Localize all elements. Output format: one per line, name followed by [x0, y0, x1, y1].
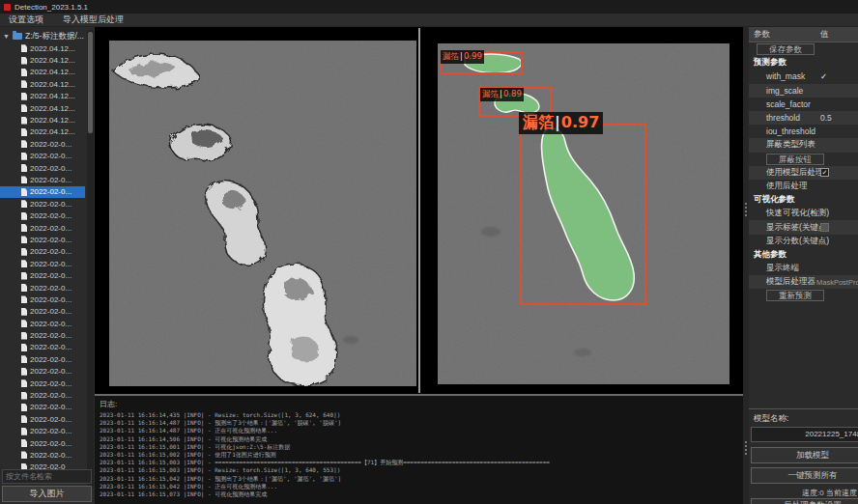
- tree-item[interactable]: 2022.04.12...: [0, 54, 85, 66]
- row-use-postprocess[interactable]: 使用后处理: [749, 180, 858, 193]
- tree-item[interactable]: 2022-02-0...: [0, 449, 85, 461]
- with-mask-label: with_mask: [766, 71, 805, 81]
- tree-item[interactable]: 2022.04.12...: [0, 78, 85, 90]
- tree-item[interactable]: 2022-02-0...: [0, 353, 85, 365]
- file-icon: [21, 80, 27, 88]
- tree-item[interactable]: 2022-02-0...: [0, 306, 85, 318]
- row-iou-threshold[interactable]: iou_threshold: [749, 125, 858, 138]
- repredict-button[interactable]: 重新预测: [766, 290, 824, 301]
- postprocess-params-button[interactable]: 后处理参数设置: [751, 498, 858, 504]
- tree-item-label: 2022-02-0...: [30, 295, 72, 304]
- row-use-model-postprocess[interactable]: 使用模型后处理 ✓: [749, 166, 858, 180]
- check-icon[interactable]: ✓: [820, 71, 827, 81]
- row-show-score-keypoint[interactable]: 显示分数(关键点): [749, 235, 858, 248]
- file-icon: [21, 212, 27, 220]
- menu-settings[interactable]: 设置选项: [9, 14, 43, 26]
- tree-item[interactable]: 2022-02-0...: [0, 426, 85, 437]
- tree-item[interactable]: 2022-02-0...: [0, 294, 85, 305]
- model-name-field[interactable]: 20221225_174813: [751, 427, 858, 442]
- splitter-grip-icon: [745, 203, 747, 218]
- tree-item[interactable]: 2022-02-0...: [0, 258, 85, 269]
- row-quick-visualization[interactable]: 快速可视化(检测): [749, 207, 858, 220]
- predict-all-button[interactable]: 一键预测所有: [751, 467, 858, 484]
- checkbox-checked-icon[interactable]: ✓: [820, 168, 829, 177]
- tree-scrollbar-thumb[interactable]: [88, 32, 93, 133]
- expand-arrow-icon[interactable]: ▼: [3, 33, 10, 40]
- tree-item[interactable]: 2022.04.12...: [0, 42, 85, 54]
- checkbox-unchecked-icon[interactable]: [820, 223, 829, 232]
- row-model-postprocessor[interactable]: 模型后处理器 MaskPostPro: [749, 275, 858, 289]
- tree-item[interactable]: 2022-02-0...: [0, 162, 85, 174]
- file-icon: [21, 248, 27, 256]
- detection-label-1: 漏箔|0.99: [441, 50, 484, 64]
- log-line: 2023-01-11 16:16:15,002 |INFO| - 使用了1张图片…: [95, 451, 749, 459]
- mask-button[interactable]: 屏蔽按钮: [766, 154, 824, 165]
- tree-item[interactable]: 2022-02-0...: [0, 318, 85, 329]
- tree-item[interactable]: 2022-02-0...: [0, 174, 85, 185]
- log-line: 2023-01-11 16:16:14,487 |INFO| - 正在可视化预测…: [95, 427, 749, 434]
- tree-item[interactable]: 2022-02-0...: [0, 151, 85, 162]
- tree-item-label: 2022.04.12...: [30, 44, 75, 53]
- row-mask-type-list[interactable]: 屏蔽类型列表: [749, 138, 858, 152]
- tree-item[interactable]: 2022-02-0...: [0, 269, 85, 281]
- log-line: 2023-01-11 16:16:14,487 |INFO| - 预测出了3个结…: [95, 419, 749, 427]
- tree-item[interactable]: 2022.04.12...: [0, 102, 85, 114]
- model-postprocessor-value[interactable]: MaskPostPro: [816, 278, 858, 287]
- detection-box-3: [520, 124, 646, 305]
- row-threshold[interactable]: threshold 0.5: [749, 111, 858, 125]
- tree-item[interactable]: 2022.04.12...: [0, 126, 85, 138]
- folder-icon: [13, 33, 22, 40]
- tree-item[interactable]: 2022.04.12...: [0, 114, 85, 126]
- search-input[interactable]: [2, 469, 92, 484]
- section-predict-params: 预测参数: [749, 56, 858, 70]
- tree-item[interactable]: 2022-02-0...: [0, 138, 85, 150]
- file-icon: [21, 224, 27, 232]
- row-img-scale[interactable]: img_scale: [749, 84, 858, 98]
- save-params-button[interactable]: 保存参数: [757, 43, 815, 55]
- log-line: 2023-01-11 16:16:15,003 |INFO| - =======…: [95, 459, 749, 466]
- tree-item[interactable]: 2022-02-0...: [0, 329, 85, 341]
- tree-item[interactable]: 2022-02-0...: [0, 282, 85, 294]
- tree-item[interactable]: 2022.04.12...: [0, 67, 85, 78]
- tree-item[interactable]: 2022-02-0...: [0, 210, 85, 221]
- menu-import-model-postprocess[interactable]: 导入模型后处理: [63, 14, 124, 26]
- tree-item[interactable]: 2022-02-0...: [0, 413, 85, 425]
- threshold-value[interactable]: 0.5: [820, 113, 832, 123]
- tree-item-label: 2022-02-0...: [30, 343, 72, 351]
- tree-item-label: 2022-02-0...: [30, 355, 72, 364]
- file-icon: [21, 295, 27, 303]
- row-show-terminal[interactable]: 显示终端: [749, 262, 858, 275]
- tree-root-folder[interactable]: ▼ Z:/5-标注数据/...: [0, 30, 85, 42]
- row-scale-factor[interactable]: scale_factor: [749, 98, 858, 111]
- image-splitter[interactable]: [418, 28, 420, 393]
- section-visualization-params: 可视化参数: [749, 193, 858, 207]
- tree-item[interactable]: 2022-02-0...: [0, 366, 85, 378]
- window-title: Detection_2023.1.5.1: [14, 3, 88, 12]
- file-icon: [21, 379, 27, 387]
- image-canvas: 漏箔|0.99 漏箔|0.89 漏箔|0.97: [95, 27, 749, 394]
- tree-item[interactable]: 2022-02-0...: [0, 378, 85, 389]
- tree-item[interactable]: 2022-02-0...: [0, 234, 85, 245]
- tree-item-label: 2022-02-0...: [30, 415, 72, 424]
- row-with-mask[interactable]: with_mask ✓: [749, 70, 858, 83]
- load-model-button[interactable]: 加载模型: [751, 447, 858, 463]
- row-show-label-keypoint[interactable]: 显示标签(关键点): [749, 220, 858, 234]
- repredict-row: 重新预测: [749, 289, 858, 302]
- file-icon: [21, 368, 27, 376]
- import-images-button[interactable]: 导入图片: [2, 486, 92, 502]
- file-icon: [21, 153, 27, 160]
- tree-item[interactable]: 2022-02-0...: [0, 246, 85, 258]
- tree-scrollbar[interactable]: [87, 30, 94, 488]
- tree-item[interactable]: 2022-02-0...: [0, 402, 85, 413]
- tree-item[interactable]: 2022.04.12...: [0, 91, 85, 102]
- file-icon: [21, 439, 27, 447]
- tree-item[interactable]: 2022-02-0...: [0, 186, 85, 198]
- tree-item-label: 2022-02-0...: [30, 140, 72, 149]
- tree-item[interactable]: 2022-02-0...: [0, 342, 85, 353]
- detection-label-2: 漏箔|0.89: [480, 88, 524, 101]
- tree-item[interactable]: 2022-02-0...: [0, 437, 85, 449]
- tree-item[interactable]: 2022-02-0...: [0, 198, 85, 210]
- tree-item[interactable]: 2022-02-0...: [0, 389, 85, 401]
- file-icon: [21, 404, 27, 411]
- tree-item[interactable]: 2022-02-0...: [0, 222, 85, 234]
